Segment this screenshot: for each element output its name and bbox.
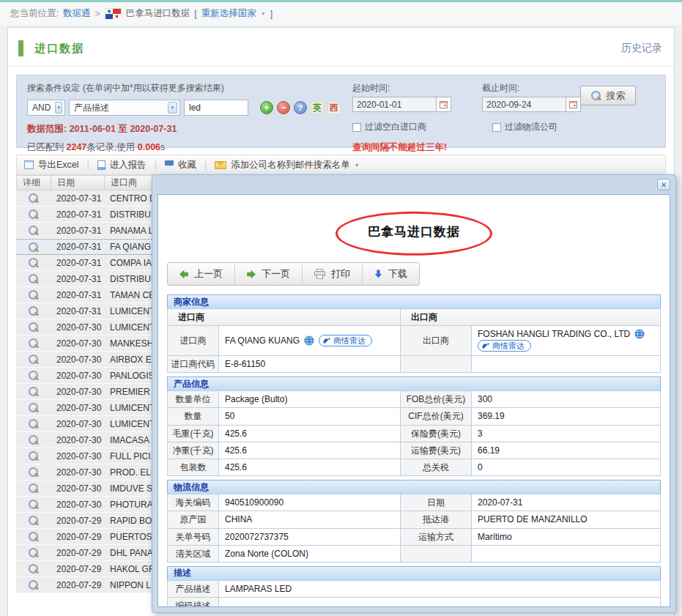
field-label: 毛重(千克): [168, 425, 219, 442]
logistics-row: 海关编码 940510900090 日期 2020-07-31: [168, 494, 661, 511]
flag-star-blue: ★: [105, 9, 114, 14]
view-detail-icon[interactable]: [29, 467, 38, 477]
view-detail-icon[interactable]: [29, 209, 38, 219]
lang-english-button[interactable]: 英: [311, 101, 324, 114]
search-field-value: 产品描述: [74, 102, 109, 114]
field-value: PUERTO DE MANZANILLO: [472, 511, 661, 528]
lang-spanish-button[interactable]: 西: [327, 101, 341, 114]
view-detail-icon[interactable]: [29, 242, 38, 252]
exporter-value-cell: FOSHAN HANGLI TRADING CO., LTD 商情雷达: [472, 326, 661, 356]
row-date: 2020-07-29: [51, 516, 104, 526]
view-detail-icon[interactable]: [29, 306, 38, 316]
merchant-section-header: 商家信息: [167, 294, 661, 308]
save-icon: [165, 160, 174, 169]
download-button[interactable]: 下载: [363, 263, 419, 285]
view-detail-icon[interactable]: [29, 483, 38, 493]
field-label: 数量: [168, 408, 219, 425]
next-page-button[interactable]: 下一页: [235, 263, 303, 285]
view-detail-icon[interactable]: [29, 371, 38, 380]
row-detail-cell: [16, 242, 51, 252]
business-radar-button[interactable]: 商情雷达: [319, 335, 372, 346]
export-excel-label: 导出Excel: [38, 159, 79, 171]
view-detail-icon[interactable]: [29, 387, 38, 396]
search-icon: [591, 91, 601, 100]
view-detail-icon[interactable]: [29, 290, 38, 300]
row-detail-cell: [16, 532, 51, 541]
history-link[interactable]: 历史记录: [621, 42, 662, 55]
radar-icon: [323, 337, 331, 345]
keyword-input[interactable]: [184, 100, 248, 116]
data-range-label: 数据范围:: [27, 124, 67, 134]
row-detail-cell: [16, 467, 51, 477]
bool-operator-select[interactable]: AND ▼: [27, 100, 65, 116]
view-detail-icon[interactable]: [29, 226, 38, 235]
toolbar-divider: |: [87, 160, 89, 170]
view-detail-icon[interactable]: [29, 580, 38, 590]
view-detail-icon[interactable]: [29, 435, 38, 445]
row-detail-cell: [16, 387, 51, 396]
view-detail-icon[interactable]: [29, 500, 38, 509]
help-icon[interactable]: ?: [294, 101, 307, 114]
view-detail-icon[interactable]: [29, 516, 38, 525]
print-button[interactable]: 打印: [303, 263, 363, 285]
search-button[interactable]: 搜索: [580, 86, 636, 105]
export-excel-button[interactable]: 导出Excel: [24, 159, 79, 171]
breadcrumb-home-link[interactable]: 数据通: [63, 7, 91, 20]
col-header-detail: 详细: [17, 176, 51, 190]
row-detail-cell: [16, 274, 51, 283]
view-detail-icon[interactable]: [29, 403, 38, 412]
enter-report-button[interactable]: 进入报告: [97, 159, 147, 171]
logistics-section-header: 物流信息: [167, 480, 661, 494]
bracket-close: ]: [270, 9, 273, 19]
prev-page-label: 上一页: [194, 267, 223, 281]
business-radar-button[interactable]: 商情雷达: [478, 340, 531, 352]
download-label: 下载: [388, 267, 407, 281]
chevron-down-icon: ▼: [261, 11, 266, 16]
results-toolbar: 导出Excel | 进入报告 | 收藏 | 添加公司名称到邮件搜索名单 ▼: [16, 155, 666, 175]
reselect-country-link[interactable]: 重新选择国家: [201, 7, 256, 20]
search-field-select[interactable]: 产品描述 ▼: [69, 100, 180, 116]
view-detail-icon[interactable]: [29, 532, 38, 541]
prev-page-button[interactable]: 上一页: [168, 263, 235, 285]
start-date-input[interactable]: [352, 97, 437, 112]
view-detail-icon[interactable]: [29, 322, 38, 332]
modal-title-wrap: 巴拿马进口数据: [158, 223, 670, 245]
view-detail-icon[interactable]: [29, 548, 38, 557]
view-detail-icon[interactable]: [29, 193, 38, 203]
globe-icon[interactable]: [304, 335, 314, 346]
data-range-from: 2011-06-01: [70, 124, 116, 134]
add-condition-icon[interactable]: +: [260, 101, 273, 114]
row-detail-cell: [16, 355, 51, 364]
filter-blank-importer-checkbox[interactable]: 过滤空白进口商: [352, 121, 426, 133]
globe-icon[interactable]: [634, 329, 645, 339]
logistics-table: 海关编码 940510900090 日期 2020-07-31 原产国 CHIN…: [167, 494, 661, 563]
view-detail-icon[interactable]: [29, 355, 38, 364]
row-detail-cell: [16, 193, 51, 203]
end-date-input[interactable]: [482, 97, 566, 112]
favorite-button[interactable]: 收藏: [165, 159, 196, 171]
calendar-icon[interactable]: [566, 97, 581, 112]
view-detail-icon[interactable]: [29, 564, 38, 574]
close-icon[interactable]: ×: [657, 179, 670, 190]
row-detail-cell: [16, 500, 51, 509]
field-value: 940510900090: [219, 494, 401, 511]
view-detail-icon[interactable]: [29, 338, 38, 348]
chevron-down-icon: ▼: [168, 102, 177, 114]
section-header: 进口数据 历史记录: [8, 28, 674, 67]
row-date: 2020-07-30: [51, 435, 104, 445]
remove-condition-icon[interactable]: −: [277, 101, 290, 114]
add-company-mail-button[interactable]: 添加公司名称到邮件搜索名单 ▼: [215, 159, 359, 171]
product-row: 数量单位 Package (Bulto) FOB总价(美元) 300: [168, 391, 661, 408]
view-detail-icon[interactable]: [29, 258, 38, 267]
view-detail-icon[interactable]: [29, 419, 38, 428]
matched-time: 0.006: [138, 142, 160, 152]
row-date: 2020-07-31: [51, 274, 104, 284]
calendar-icon[interactable]: [437, 97, 451, 112]
filter-logistics-checkbox[interactable]: 过滤物流公司: [492, 121, 557, 133]
row-date: 2020-07-30: [51, 467, 104, 478]
view-detail-icon[interactable]: [29, 451, 38, 461]
row-detail-cell: [16, 371, 51, 380]
toolbar-divider: |: [204, 160, 207, 170]
view-detail-icon[interactable]: [29, 274, 38, 283]
row-date: 2020-07-31: [51, 306, 104, 316]
